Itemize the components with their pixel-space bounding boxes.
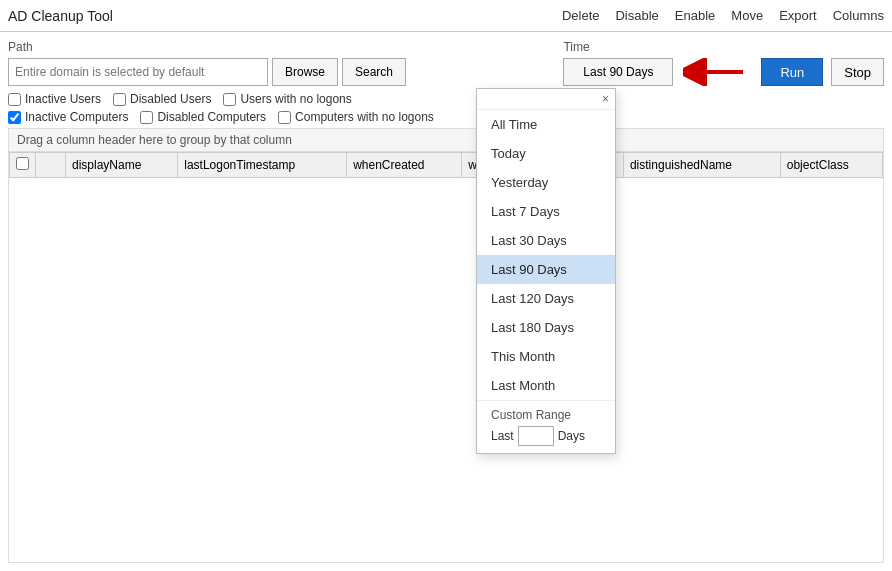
checkbox-disabled-computers[interactable]: Disabled Computers — [140, 110, 266, 124]
menu-enable[interactable]: Enable — [675, 8, 715, 23]
col-header-check[interactable] — [10, 153, 36, 178]
path-label: Path — [8, 40, 547, 54]
checkbox-inactive-users[interactable]: Inactive Users — [8, 92, 101, 106]
col-header-distinguished-name[interactable]: distinguishedName — [623, 153, 780, 178]
path-row: Browse Search — [8, 58, 547, 86]
col-header-object-class[interactable]: objectClass — [780, 153, 882, 178]
menu-bar: Delete Disable Enable Move Export Column… — [562, 8, 884, 23]
menu-move[interactable]: Move — [731, 8, 763, 23]
stop-button[interactable]: Stop — [831, 58, 884, 86]
custom-range-last-label: Last — [491, 429, 514, 443]
custom-range-section: Custom Range Last Days — [477, 400, 615, 453]
checkboxes-row2: Inactive Computers Disabled Computers Co… — [8, 110, 884, 124]
time-dropdown-menu: × All Time Today Yesterday Last 7 Days L… — [476, 88, 616, 454]
dropdown-item-yesterday[interactable]: Yesterday — [477, 168, 615, 197]
time-section: Time Last 90 Days Run Stop — [563, 40, 884, 86]
table-header-row: displayName lastLogonTimestamp whenCreat… — [10, 153, 883, 178]
time-dropdown-button[interactable]: Last 90 Days — [563, 58, 673, 86]
dropdown-item-this-month[interactable]: This Month — [477, 342, 615, 371]
app-title: AD Cleanup Tool — [8, 8, 113, 24]
checkbox-users-no-logons[interactable]: Users with no logons — [223, 92, 351, 106]
custom-range-label: Custom Range — [491, 408, 601, 422]
drag-group-bar: Drag a column header here to group by th… — [8, 128, 884, 152]
data-table-container[interactable]: displayName lastLogonTimestamp whenCreat… — [8, 152, 884, 563]
dropdown-item-last7[interactable]: Last 7 Days — [477, 197, 615, 226]
dropdown-close-button[interactable]: × — [477, 89, 615, 110]
checkboxes-row1: Inactive Users Disabled Users Users with… — [8, 92, 884, 106]
col-header-display-name[interactable]: displayName — [66, 153, 178, 178]
red-arrow-icon — [683, 58, 753, 86]
menu-columns[interactable]: Columns — [833, 8, 884, 23]
time-label: Time — [563, 40, 884, 54]
custom-range-days-label: Days — [558, 429, 585, 443]
col-header-when-created[interactable]: whenCreated — [347, 153, 462, 178]
dropdown-item-last120[interactable]: Last 120 Days — [477, 284, 615, 313]
data-table: displayName lastLogonTimestamp whenCreat… — [9, 152, 883, 178]
custom-range-input[interactable] — [518, 426, 554, 446]
checkbox-inactive-computers[interactable]: Inactive Computers — [8, 110, 128, 124]
menu-export[interactable]: Export — [779, 8, 817, 23]
dropdown-item-today[interactable]: Today — [477, 139, 615, 168]
menu-disable[interactable]: Disable — [615, 8, 658, 23]
custom-range-row: Last Days — [491, 426, 601, 446]
search-button[interactable]: Search — [342, 58, 406, 86]
dropdown-item-last180[interactable]: Last 180 Days — [477, 313, 615, 342]
main-content: Path Browse Search Time Last 90 Days — [0, 32, 892, 571]
dropdown-item-last-month[interactable]: Last Month — [477, 371, 615, 400]
title-bar: AD Cleanup Tool Delete Disable Enable Mo… — [0, 0, 892, 32]
dropdown-item-last90[interactable]: Last 90 Days — [477, 255, 615, 284]
checkbox-computers-no-logons[interactable]: Computers with no logons — [278, 110, 434, 124]
path-input[interactable] — [8, 58, 268, 86]
time-row: Last 90 Days Run Stop — [563, 58, 884, 86]
select-all-checkbox[interactable] — [16, 157, 29, 170]
arrow-indicator — [683, 58, 753, 86]
browse-button[interactable]: Browse — [272, 58, 338, 86]
checkbox-disabled-users[interactable]: Disabled Users — [113, 92, 211, 106]
dropdown-item-last30[interactable]: Last 30 Days — [477, 226, 615, 255]
top-section: Path Browse Search Time Last 90 Days — [8, 40, 884, 86]
path-section: Path Browse Search — [8, 40, 547, 86]
menu-delete[interactable]: Delete — [562, 8, 600, 23]
run-button[interactable]: Run — [761, 58, 823, 86]
col-header-last-logon[interactable]: lastLogonTimestamp — [178, 153, 347, 178]
col-header-num[interactable] — [36, 153, 66, 178]
dropdown-item-all-time[interactable]: All Time — [477, 110, 615, 139]
